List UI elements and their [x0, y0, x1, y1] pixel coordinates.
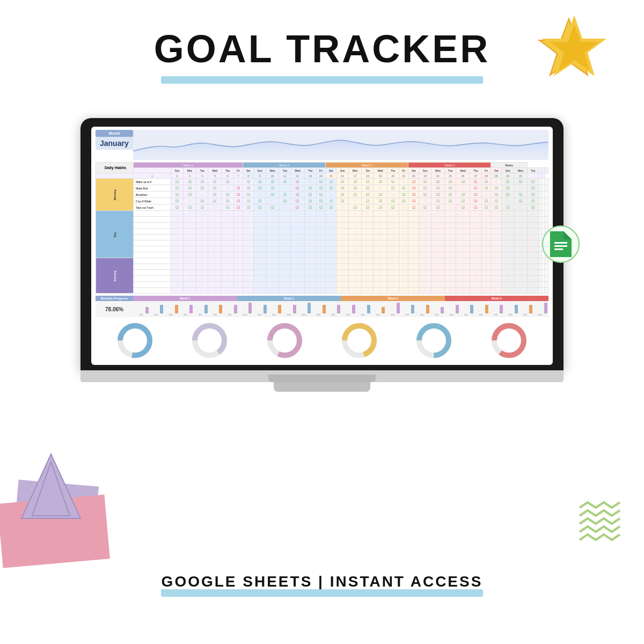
notes-cell	[545, 217, 548, 223]
checkbox-cell: □	[233, 223, 243, 229]
section-label: Morning	[96, 179, 134, 211]
checkbox-cell: □	[336, 204, 349, 211]
checkbox-cell: □	[362, 282, 374, 288]
checkbox-cell: □	[291, 235, 304, 240]
checkbox-cell: □	[527, 246, 539, 252]
checkbox-cell: ☑	[408, 179, 419, 185]
checkbox-cell: ☑	[196, 185, 208, 192]
week1-header: Week 1	[134, 163, 243, 168]
checkbox-cell: □	[304, 229, 316, 235]
checkbox-cell: □	[419, 198, 431, 204]
checkbox-cell: □	[222, 276, 233, 282]
checkbox-cell: ☑	[387, 198, 399, 204]
checkbox-cell: ☑	[196, 179, 208, 185]
notes-cell	[545, 282, 548, 288]
checkbox-cell: □	[482, 240, 491, 246]
checkbox-cell: □	[266, 276, 279, 282]
checkbox-cell: □	[266, 264, 279, 270]
checkbox-cell: ☑	[387, 179, 399, 185]
habit-row: Make Bed☑☑☑☑□☑☑☑☑□☑☑☑☑☑☑☑□☑☑☑☑☑☑□☑☑☑☑□☑	[96, 185, 548, 192]
checkbox-cell: □	[527, 217, 539, 223]
habit-row: □□□□□□□□□□□□□□□□□□□□□□□□□□□□□□□	[96, 270, 548, 276]
checkbox-cell: □	[266, 282, 279, 288]
checkbox-cell: □	[387, 217, 399, 223]
checkbox-cell: □	[208, 229, 222, 235]
checkbox-cell: □	[362, 235, 374, 240]
bar-pct-label: 60%	[140, 314, 143, 316]
checkbox-cell: □	[444, 258, 456, 264]
checkbox-cell: ☑	[304, 198, 316, 204]
checkbox-cell: □	[374, 270, 387, 276]
checkbox-cell: □	[326, 276, 336, 282]
checkbox-cell: □	[243, 276, 253, 282]
checkbox-cell: ☑	[279, 198, 291, 204]
habit-row: MorningWake up at 6☑☑☑☑☑□☑☑☑☑☑□☑☑☑☑☑☑☑□☑…	[96, 179, 548, 185]
checkbox-cell: □	[222, 264, 233, 270]
checkbox-cell: □	[222, 211, 233, 217]
habit-row: Day□□□□□□□□□□□□□□□□□□□□□□□□□□□□□□□	[96, 211, 548, 217]
checkbox-cell: ☑	[316, 192, 325, 198]
checkbox-cell: □	[326, 211, 336, 217]
checkbox-cell: □	[470, 240, 481, 246]
checkbox-cell: □	[291, 211, 304, 217]
checkbox-cell: ☑	[279, 192, 291, 198]
checkbox-cell: □	[408, 282, 419, 288]
checkbox-cell: □	[362, 240, 374, 246]
checkbox-cell: ☑	[349, 179, 362, 185]
checkbox-cell: □	[316, 276, 325, 282]
checkbox-cell: □	[419, 282, 431, 288]
checkbox-cell: ☑	[431, 185, 444, 192]
checkbox-cell: □	[444, 229, 456, 235]
checkbox-cell: ☑	[362, 192, 374, 198]
donut-chart	[189, 320, 230, 361]
checkbox-cell: ☑	[408, 192, 419, 198]
checkbox-cell: □	[266, 211, 279, 217]
checkbox-cell: □	[291, 258, 304, 264]
checkbox-cell: □	[196, 288, 208, 294]
checkbox-cell: ☑	[171, 198, 184, 204]
checkbox-cell: □	[470, 282, 481, 288]
checkbox-cell: □	[444, 204, 456, 211]
checkbox-cell: □	[419, 240, 431, 246]
checkbox-cell: □	[266, 240, 279, 246]
checkbox-cell: ☑	[222, 204, 233, 211]
habit-name: Wake up at 6	[134, 179, 171, 185]
checkbox-cell: ☑	[362, 198, 374, 204]
bar-fill	[456, 305, 459, 313]
checkbox-cell: ☑	[387, 204, 399, 211]
checkbox-cell: ☑	[266, 179, 279, 185]
section-label: Evening	[96, 258, 134, 294]
checkbox-cell: □	[279, 211, 291, 217]
checkbox-cell: □	[326, 258, 336, 264]
bar-pct-label: 80%	[184, 314, 187, 316]
checkbox-cell: □	[482, 282, 491, 288]
bar-fill	[367, 305, 370, 313]
checkbox-cell: ☑	[196, 204, 208, 211]
checkbox-cell: ☑	[291, 198, 304, 204]
checkbox-cell: □	[208, 276, 222, 282]
checkbox-cell: □	[243, 264, 253, 270]
checkbox-cell: □	[482, 229, 491, 235]
laptop-screen-inner: Month January	[91, 127, 553, 365]
checkbox-cell: □	[399, 252, 408, 258]
checkbox-cell: ☑	[362, 185, 374, 192]
month-header-section: Month January	[96, 130, 548, 160]
bar-item: 60%	[430, 307, 444, 316]
checkbox-cell: ☑	[482, 185, 491, 192]
checkbox-cell: ☑	[349, 185, 362, 192]
checkbox-cell: □	[387, 240, 399, 246]
notes-cell	[545, 192, 548, 198]
checkbox-cell: ☑	[470, 198, 481, 204]
checkbox-cell: □	[527, 270, 539, 276]
checkbox-cell: □	[279, 276, 291, 282]
checkbox-cell: ☑	[336, 179, 349, 185]
checkbox-cell: □	[304, 211, 316, 217]
checkbox-cell: □	[444, 276, 456, 282]
checkbox-cell: □	[399, 223, 408, 229]
checkbox-cell: □	[408, 217, 419, 223]
checkbox-cell: □	[316, 217, 325, 223]
checkbox-cell: □	[456, 258, 470, 264]
triangle-purple-deco	[16, 449, 86, 526]
checkbox-cell: □	[208, 235, 222, 240]
bar-pct-label: 80%	[273, 314, 276, 316]
